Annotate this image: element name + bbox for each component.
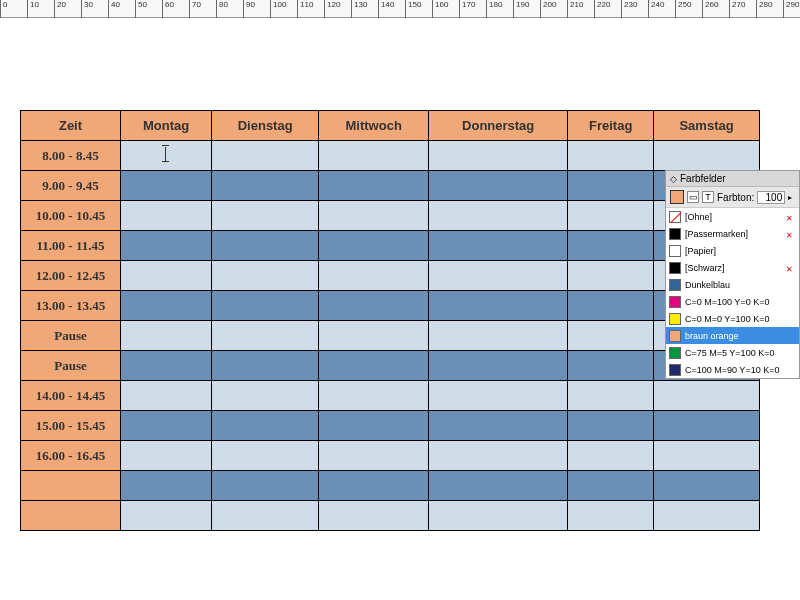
- day-header[interactable]: Dienstag: [212, 111, 319, 141]
- swatch-row[interactable]: C=100 M=90 Y=10 K=0: [666, 361, 799, 378]
- time-header[interactable]: Zeit: [21, 111, 121, 141]
- schedule-cell[interactable]: [121, 351, 212, 381]
- schedule-cell[interactable]: [212, 501, 319, 531]
- swatch-row[interactable]: C=75 M=5 Y=100 K=0: [666, 344, 799, 361]
- farbton-arrow-icon[interactable]: ▸: [788, 193, 792, 202]
- day-header[interactable]: Montag: [121, 111, 212, 141]
- schedule-cell[interactable]: [319, 201, 429, 231]
- schedule-cell[interactable]: [568, 501, 654, 531]
- schedule-cell[interactable]: [121, 441, 212, 471]
- schedule-cell[interactable]: [212, 141, 319, 171]
- collapse-icon[interactable]: ◇: [670, 174, 677, 184]
- swatches-panel-header[interactable]: ◇ Farbfelder: [666, 171, 799, 187]
- schedule-cell[interactable]: [121, 381, 212, 411]
- schedule-cell[interactable]: [121, 411, 212, 441]
- schedule-cell[interactable]: [212, 321, 319, 351]
- schedule-cell[interactable]: [654, 441, 760, 471]
- time-cell[interactable]: 14.00 - 14.45: [21, 381, 121, 411]
- schedule-cell[interactable]: [319, 261, 429, 291]
- schedule-cell[interactable]: [121, 501, 212, 531]
- schedule-cell[interactable]: [429, 261, 568, 291]
- schedule-cell[interactable]: [568, 411, 654, 441]
- schedule-cell[interactable]: [568, 141, 654, 171]
- schedule-cell[interactable]: [212, 171, 319, 201]
- schedule-cell[interactable]: [319, 321, 429, 351]
- time-cell[interactable]: 16.00 - 16.45: [21, 441, 121, 471]
- schedule-cell[interactable]: [212, 381, 319, 411]
- swatch-row[interactable]: C=0 M=100 Y=0 K=0: [666, 293, 799, 310]
- schedule-cell[interactable]: [319, 141, 429, 171]
- schedule-cell[interactable]: [429, 501, 568, 531]
- schedule-cell[interactable]: [319, 501, 429, 531]
- schedule-cell[interactable]: [319, 441, 429, 471]
- schedule-cell[interactable]: [212, 201, 319, 231]
- schedule-cell[interactable]: [654, 471, 760, 501]
- schedule-cell[interactable]: [212, 231, 319, 261]
- swatch-row[interactable]: [Ohne]: [666, 208, 799, 225]
- time-cell[interactable]: 15.00 - 15.45: [21, 411, 121, 441]
- time-cell[interactable]: 13.00 - 13.45: [21, 291, 121, 321]
- schedule-cell[interactable]: [568, 261, 654, 291]
- schedule-cell[interactable]: [212, 291, 319, 321]
- schedule-cell[interactable]: [654, 501, 760, 531]
- schedule-cell[interactable]: [319, 381, 429, 411]
- schedule-cell[interactable]: [654, 381, 760, 411]
- schedule-cell[interactable]: [429, 441, 568, 471]
- schedule-cell[interactable]: [429, 141, 568, 171]
- day-header[interactable]: Mittwoch: [319, 111, 429, 141]
- schedule-cell[interactable]: [121, 141, 212, 171]
- time-cell[interactable]: 8.00 - 8.45: [21, 141, 121, 171]
- time-cell[interactable]: 12.00 - 12.45: [21, 261, 121, 291]
- swatch-row[interactable]: [Schwarz]: [666, 259, 799, 276]
- swatch-row[interactable]: Dunkelblau: [666, 276, 799, 293]
- schedule-cell[interactable]: [568, 291, 654, 321]
- schedule-cell[interactable]: [121, 231, 212, 261]
- swatch-row[interactable]: braun orange: [666, 327, 799, 344]
- schedule-cell[interactable]: [568, 321, 654, 351]
- time-cell[interactable]: Pause: [21, 351, 121, 381]
- time-cell[interactable]: [21, 471, 121, 501]
- time-cell[interactable]: Pause: [21, 321, 121, 351]
- swatch-delete-icon[interactable]: [786, 212, 796, 222]
- schedule-cell[interactable]: [429, 231, 568, 261]
- schedule-cell[interactable]: [429, 321, 568, 351]
- schedule-cell[interactable]: [429, 411, 568, 441]
- schedule-cell[interactable]: [429, 291, 568, 321]
- schedule-cell[interactable]: [429, 201, 568, 231]
- farbton-input[interactable]: [757, 191, 785, 204]
- schedule-cell[interactable]: [429, 351, 568, 381]
- schedule-cell[interactable]: [121, 261, 212, 291]
- day-header[interactable]: Donnerstag: [429, 111, 568, 141]
- schedule-cell[interactable]: [654, 411, 760, 441]
- schedule-cell[interactable]: [568, 201, 654, 231]
- schedule-cell[interactable]: [319, 411, 429, 441]
- schedule-cell[interactable]: [121, 291, 212, 321]
- schedule-cell[interactable]: [212, 441, 319, 471]
- schedule-cell[interactable]: [212, 471, 319, 501]
- schedule-cell[interactable]: [212, 411, 319, 441]
- object-format-icon[interactable]: ▭: [687, 191, 699, 203]
- schedule-cell[interactable]: [568, 471, 654, 501]
- time-cell[interactable]: 11.00 - 11.45: [21, 231, 121, 261]
- time-cell[interactable]: [21, 501, 121, 531]
- schedule-cell[interactable]: [121, 201, 212, 231]
- day-header[interactable]: Freitag: [568, 111, 654, 141]
- schedule-cell[interactable]: [429, 471, 568, 501]
- time-cell[interactable]: 10.00 - 10.45: [21, 201, 121, 231]
- schedule-cell[interactable]: [121, 171, 212, 201]
- day-header[interactable]: Samstag: [654, 111, 760, 141]
- time-cell[interactable]: 9.00 - 9.45: [21, 171, 121, 201]
- text-format-icon[interactable]: T: [702, 191, 714, 203]
- schedule-cell[interactable]: [121, 321, 212, 351]
- schedule-cell[interactable]: [568, 231, 654, 261]
- schedule-cell[interactable]: [568, 171, 654, 201]
- schedule-cell[interactable]: [319, 231, 429, 261]
- schedule-cell[interactable]: [429, 171, 568, 201]
- schedule-cell[interactable]: [319, 171, 429, 201]
- schedule-cell[interactable]: [319, 471, 429, 501]
- swatch-row[interactable]: C=0 M=0 Y=100 K=0: [666, 310, 799, 327]
- schedule-cell[interactable]: [568, 441, 654, 471]
- schedule-cell[interactable]: [429, 381, 568, 411]
- schedule-cell[interactable]: [319, 291, 429, 321]
- schedule-cell[interactable]: [568, 351, 654, 381]
